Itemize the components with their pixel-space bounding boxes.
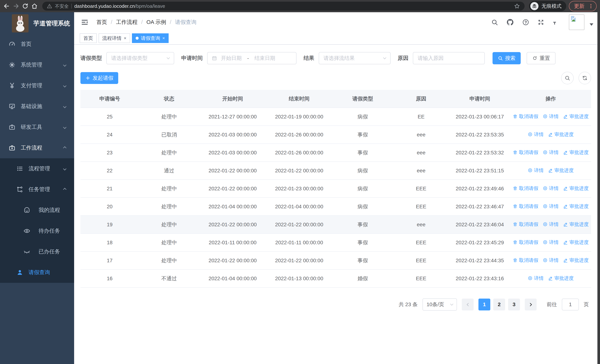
action-progress[interactable]: 审批进度 — [563, 149, 589, 156]
view-icon — [528, 168, 533, 173]
browser-menu-icon[interactable] — [588, 3, 594, 9]
tab-process-detail[interactable]: 流程详情× — [99, 33, 130, 43]
action-cancel[interactable]: 取消请假 — [513, 113, 538, 120]
search-icon[interactable] — [491, 19, 498, 26]
bookmark-star-icon[interactable] — [514, 3, 520, 9]
avatar[interactable] — [569, 14, 584, 30]
browser-scrollbar[interactable] — [597, 12, 600, 364]
table-row: 22通过2022-01-22 00:00:002022-01-22 00:00:… — [80, 162, 591, 180]
leave-table: 申请编号状态开始时间结束时间请假类型原因申请时间操作 25处理中2021-12-… — [80, 90, 591, 288]
tab-home[interactable]: 首页 — [80, 33, 97, 43]
action-detail[interactable]: 详情 — [528, 167, 544, 174]
next-page-button[interactable] — [525, 299, 537, 310]
sidebar-item-workflow[interactable]: 工作流程 — [0, 138, 74, 158]
sidebar-item-devtools[interactable]: 研发工具 — [0, 117, 74, 138]
action-detail[interactable]: 详情 — [543, 203, 559, 210]
breadcrumb-item[interactable]: 首页 — [96, 19, 107, 26]
action-detail[interactable]: 详情 — [543, 221, 559, 228]
action-cancel[interactable]: 取消请假 — [513, 257, 538, 263]
page-button-3[interactable]: 3 — [508, 299, 520, 310]
sidebar-item-todo-tasks[interactable]: 待办任务 — [0, 221, 74, 241]
action-progress[interactable]: 审批进度 — [563, 239, 589, 246]
close-icon[interactable]: × — [124, 36, 126, 40]
action-cancel[interactable]: 取消请假 — [513, 203, 538, 210]
sidebar-item-payment[interactable]: 支付管理 — [0, 75, 74, 96]
browser-home-icon[interactable] — [31, 3, 38, 9]
action-cancel[interactable]: 取消请假 — [513, 185, 538, 192]
goto-page-input[interactable] — [562, 299, 579, 310]
action-progress[interactable]: 审批进度 — [548, 131, 574, 138]
page-content: 请假类型 请选择请假类型 申请时间 开始日期 - 结束日期 — [74, 45, 600, 364]
sidebar-item-home[interactable]: 首页 — [0, 34, 74, 55]
create-leave-button[interactable]: 发起请假 — [80, 72, 118, 84]
page-size-select[interactable]: 10条/页 — [422, 299, 457, 311]
font-size-icon[interactable] — [553, 19, 561, 26]
action-detail[interactable]: 详情 — [543, 185, 559, 192]
action-progress[interactable]: 审批进度 — [563, 113, 589, 120]
apply-time-range-picker[interactable]: 开始日期 - 结束日期 — [207, 52, 297, 64]
sidebar-item-task-mgmt[interactable]: 任务管理 — [0, 179, 74, 200]
browser-back-icon[interactable] — [3, 3, 10, 9]
prev-page-button[interactable] — [462, 299, 474, 310]
search-button[interactable]: 搜索 — [493, 52, 521, 64]
breadcrumb-item[interactable]: OA 示例 — [146, 19, 166, 26]
reset-button[interactable]: 重置 — [527, 52, 555, 64]
action-cancel[interactable]: 取消请假 — [513, 239, 538, 246]
reason-input[interactable] — [413, 52, 485, 64]
sidebar-collapse-icon[interactable] — [81, 18, 89, 26]
leave-type-select[interactable]: 请选择请假类型 — [106, 52, 174, 64]
action-detail[interactable]: 详情 — [543, 257, 559, 263]
cell-actions: 取消请假详情审批进度 — [510, 252, 591, 270]
action-progress[interactable]: 审批进度 — [563, 203, 589, 210]
browser-forward-icon[interactable] — [13, 3, 19, 9]
page-button-2[interactable]: 2 — [493, 299, 505, 310]
cell-actions: 详情审批进度 — [510, 162, 591, 180]
url-text: dashboard.yudao.iocoder.cn/bpm/oa/leave — [74, 3, 165, 9]
action-cancel[interactable]: 取消请假 — [513, 221, 538, 228]
action-detail[interactable]: 详情 — [543, 113, 559, 120]
update-button[interactable]: 更新 — [569, 1, 597, 11]
sidebar-item-my-process[interactable]: 我的流程 — [0, 200, 74, 221]
help-icon[interactable] — [522, 19, 529, 26]
tab-leave-query[interactable]: 请假查询× — [132, 33, 169, 43]
chevron-down-icon[interactable] — [590, 23, 593, 26]
action-progress[interactable]: 审批进度 — [563, 257, 589, 263]
app-title: 芋道管理系统 — [33, 19, 70, 28]
action-detail[interactable]: 详情 — [528, 131, 544, 138]
view-icon — [543, 258, 548, 263]
sidebar-item-done-tasks[interactable]: 已办任务 — [0, 241, 74, 262]
goto-label: 前往 — [547, 301, 557, 308]
close-icon[interactable]: × — [162, 36, 165, 40]
action-progress[interactable]: 审批进度 — [563, 221, 589, 228]
sidebar-item-label: 研发工具 — [21, 123, 42, 131]
column-header: 申请时间 — [449, 90, 510, 108]
action-progress[interactable]: 审批进度 — [548, 275, 574, 281]
refresh-button[interactable] — [579, 72, 591, 84]
github-icon[interactable] — [506, 18, 514, 26]
result-select[interactable]: 请选择流结果 — [319, 52, 391, 64]
page-button-1[interactable]: 1 — [478, 299, 490, 310]
tab-label: 请假查询 — [141, 35, 160, 42]
action-progress[interactable]: 审批进度 — [563, 185, 589, 192]
user-icon — [16, 269, 23, 276]
sidebar-item-process-mgmt[interactable]: 流程管理 — [0, 158, 74, 179]
cell-leave-type: 病假 — [332, 162, 393, 180]
action-detail[interactable]: 详情 — [528, 275, 544, 281]
action-detail[interactable]: 详情 — [543, 149, 559, 156]
action-progress[interactable]: 审批进度 — [548, 167, 574, 174]
breadcrumb-item[interactable]: 工作流程 — [116, 19, 138, 26]
browser-reload-icon[interactable] — [22, 3, 28, 9]
cell-status: 处理中 — [139, 197, 199, 215]
view-icon — [543, 240, 548, 245]
active-tab-dot — [136, 37, 139, 40]
search-toggle-button[interactable] — [561, 72, 574, 84]
fullscreen-icon[interactable] — [537, 19, 544, 26]
url-bar[interactable]: 不安全 dashboard.yudao.iocoder.cn/bpm/oa/le… — [42, 2, 525, 10]
action-detail[interactable]: 详情 — [543, 239, 559, 246]
logo-row[interactable]: 芋道管理系统 — [0, 12, 74, 34]
sidebar-item-system[interactable]: 系统管理 — [0, 55, 74, 75]
sidebar-item-leave-query[interactable]: 请假查询 — [0, 262, 74, 283]
action-cancel[interactable]: 取消请假 — [513, 149, 538, 156]
sidebar-item-infra[interactable]: 基础设施 — [0, 96, 74, 117]
cell-reason: eee — [393, 162, 449, 180]
